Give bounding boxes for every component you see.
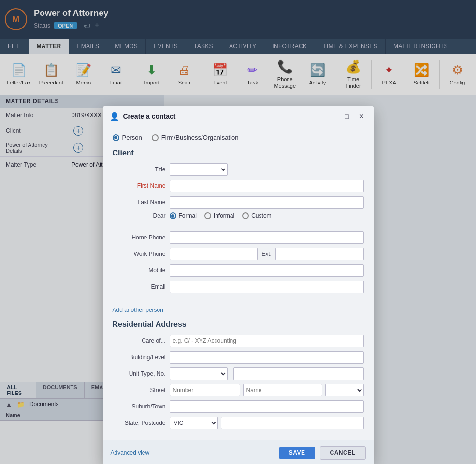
formal-label: Formal [179,212,197,219]
home-phone-label: Home Phone [113,234,166,241]
unit-type-select[interactable]: APT UNIT [170,367,228,380]
street-fields: St Rd Ave [170,384,364,396]
custom-option[interactable]: Custom [242,212,271,219]
save-button[interactable]: SAVE [279,447,315,459]
mobile-label: Mobile [113,267,166,274]
email-input[interactable] [170,281,364,293]
modal-overlay: 👤 Create a contact — □ ✕ Person Firm/Bus… [0,0,476,464]
person-radio[interactable] [113,134,119,141]
person-label: Person [122,134,142,141]
firm-radio[interactable] [152,134,159,141]
street-label: Street [113,387,166,394]
dear-label: Dear [113,212,166,219]
client-section-title: Client [113,149,364,157]
person-option[interactable]: Person [113,134,142,141]
care-of-input[interactable] [170,335,364,347]
mobile-input[interactable] [170,264,364,277]
dialog-footer: Advanced view SAVE CANCEL [103,440,374,464]
ext-label: Ext. [261,251,272,257]
street-number-input[interactable] [170,384,240,396]
residential-address-title: Residential Address [113,320,364,329]
dear-radio-group: Formal Informal Custom [170,212,364,219]
firm-option[interactable]: Firm/Business/Organisation [152,134,239,141]
form-row-email: Email [113,281,364,293]
minimize-button[interactable]: — [327,111,338,122]
form-row-state: State, Postcode VIC NSW QLD WA SA TAS AC… [113,417,364,429]
form-row-first-name: First Name [113,180,364,192]
title-field-label: Title [113,166,166,173]
first-name-label: First Name [113,183,166,189]
last-name-label: Last Name [113,199,166,206]
custom-radio[interactable] [242,212,249,219]
form-row-dear: Dear Formal Informal Custom [113,212,364,219]
work-phone-input[interactable] [170,248,258,260]
form-row-unit-type: Unit Type, No. APT UNIT [113,367,364,380]
work-phone-label: Work Phone [113,251,166,257]
add-another-person-link[interactable]: Add another person [113,307,163,313]
form-row-care-of: Care of... [113,335,364,347]
form-row-street: Street St Rd Ave [113,384,364,396]
form-row-work-phone: Work Phone Ext. [113,248,364,260]
informal-option[interactable]: Informal [204,212,234,219]
care-of-label: Care of... [113,337,166,344]
dialog-title: Create a contact [123,112,323,120]
suburb-input[interactable] [170,400,364,413]
form-divider-2 [113,299,364,299]
home-phone-input[interactable] [170,231,364,244]
building-label: Building/Level [113,354,166,361]
form-row-mobile: Mobile [113,264,364,277]
state-select[interactable]: VIC NSW QLD WA SA TAS ACT NT [170,417,218,429]
unit-type-label: Unit Type, No. [113,370,166,377]
create-contact-dialog: 👤 Create a contact — □ ✕ Person Firm/Bus… [103,106,374,464]
ext-input[interactable] [275,248,364,260]
maximize-button[interactable]: □ [342,111,352,122]
formal-option[interactable]: Formal [170,212,197,219]
cancel-button[interactable]: CANCEL [320,446,366,460]
informal-label: Informal [214,212,234,219]
form-row-last-name: Last Name [113,196,364,209]
title-select[interactable]: Mr Mrs Ms Dr [170,163,228,176]
state-fields: VIC NSW QLD WA SA TAS ACT NT [170,417,364,429]
contact-type-radio-group: Person Firm/Business/Organisation [113,134,364,141]
street-type-select[interactable]: St Rd Ave [325,384,364,396]
form-row-title: Title Mr Mrs Ms Dr [113,163,364,176]
postcode-input[interactable] [221,417,364,429]
contact-icon: 👤 [110,112,119,121]
dialog-body: Person Firm/Business/Organisation Client… [103,127,374,440]
advanced-view-link[interactable]: Advanced view [111,450,150,456]
custom-label: Custom [251,212,271,219]
building-input[interactable] [170,351,364,364]
firm-label: Firm/Business/Organisation [161,134,239,141]
state-label: State, Postcode [113,420,166,426]
form-row-suburb: Suburb/Town [113,400,364,413]
informal-radio[interactable] [204,212,211,219]
unit-number-input[interactable] [233,367,364,380]
suburb-label: Suburb/Town [113,403,166,410]
last-name-input[interactable] [170,196,364,209]
form-divider-1 [113,225,364,225]
form-row-building: Building/Level [113,351,364,364]
work-phone-row: Ext. [170,248,364,260]
formal-radio[interactable] [170,212,176,219]
dialog-titlebar: 👤 Create a contact — □ ✕ [103,106,374,127]
close-button[interactable]: ✕ [356,111,367,122]
street-name-input[interactable] [243,384,322,396]
email-label: Email [113,283,166,290]
form-row-home-phone: Home Phone [113,231,364,244]
first-name-input[interactable] [170,180,364,192]
